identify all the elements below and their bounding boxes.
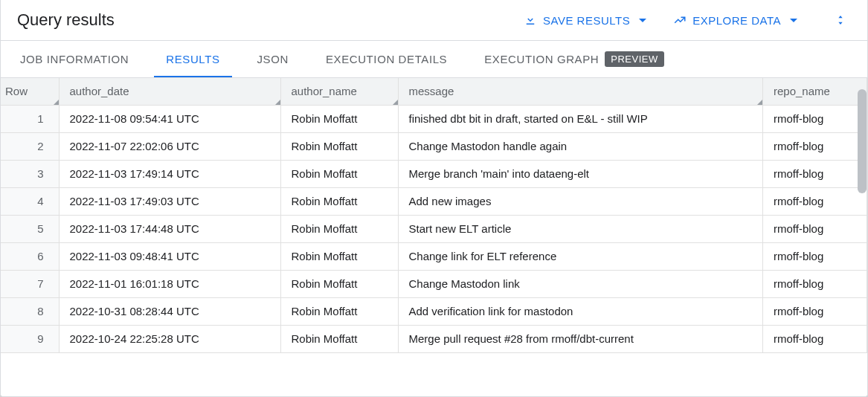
resize-handle-icon[interactable]	[275, 100, 280, 105]
vertical-scrollbar[interactable]	[858, 89, 867, 193]
cell-author-name: Robin Moffatt	[280, 105, 398, 132]
page-title: Query results	[17, 10, 115, 30]
col-header-repo-name[interactable]: repo_name	[763, 78, 867, 105]
tab-execution-details[interactable]: EXECUTION DETAILS	[314, 41, 459, 77]
preview-badge: PREVIEW	[605, 51, 663, 67]
cell-repo-name: rmoff-blog	[763, 325, 867, 352]
cell-author-name: Robin Moffatt	[280, 242, 398, 270]
save-results-label: SAVE RESULTS	[543, 14, 630, 27]
cell-author-name: Robin Moffatt	[280, 325, 398, 352]
col-header-author-name[interactable]: author_name	[280, 78, 398, 105]
table-row[interactable]: 32022-11-03 17:49:14 UTCRobin MoffattMer…	[1, 160, 867, 187]
table-row[interactable]: 52022-11-03 17:44:48 UTCRobin MoffattSta…	[1, 215, 867, 242]
chart-icon	[673, 13, 687, 27]
results-table-wrap: Row author_date author_name message	[1, 78, 867, 396]
results-tabs: JOB INFORMATION RESULTS JSON EXECUTION D…	[1, 40, 867, 78]
explore-data-button[interactable]: EXPLORE DATA	[666, 9, 805, 31]
table-row[interactable]: 72022-11-01 16:01:18 UTCRobin MoffattCha…	[1, 270, 867, 297]
cell-author-date: 2022-11-08 09:54:41 UTC	[59, 105, 280, 132]
cell-row-number: 2	[1, 132, 59, 160]
resize-handle-icon[interactable]	[757, 100, 762, 105]
cell-message: Start new ELT article	[398, 215, 763, 242]
download-icon	[524, 13, 537, 27]
cell-author-name: Robin Moffatt	[280, 297, 398, 325]
results-table: Row author_date author_name message	[1, 78, 867, 353]
table-row[interactable]: 82022-10-31 08:28:44 UTCRobin MoffattAdd…	[1, 297, 867, 325]
caret-down-icon	[639, 19, 646, 22]
table-row[interactable]: 12022-11-08 09:54:41 UTCRobin Moffattfin…	[1, 105, 867, 132]
cell-repo-name: rmoff-blog	[763, 215, 867, 242]
col-header-message[interactable]: message	[398, 78, 763, 105]
cell-author-name: Robin Moffatt	[280, 270, 398, 297]
cell-author-name: Robin Moffatt	[280, 215, 398, 242]
cell-author-name: Robin Moffatt	[280, 160, 398, 187]
cell-row-number: 3	[1, 160, 59, 187]
cell-author-date: 2022-11-07 22:02:06 UTC	[59, 132, 280, 160]
table-row[interactable]: 62022-11-03 09:48:41 UTCRobin MoffattCha…	[1, 242, 867, 270]
caret-down-icon	[790, 19, 797, 22]
cell-row-number: 1	[1, 105, 59, 132]
cell-author-date: 2022-11-03 09:48:41 UTC	[59, 242, 280, 270]
cell-row-number: 8	[1, 297, 59, 325]
tab-json[interactable]: JSON	[245, 41, 300, 77]
cell-repo-name: rmoff-blog	[763, 105, 867, 132]
cell-row-number: 5	[1, 215, 59, 242]
tab-job-information[interactable]: JOB INFORMATION	[8, 41, 141, 77]
explore-data-label: EXPLORE DATA	[692, 14, 781, 27]
cell-message: Change link for ELT reference	[398, 242, 763, 270]
resize-handle-icon[interactable]	[54, 100, 59, 105]
table-row[interactable]: 92022-10-24 22:25:28 UTCRobin MoffattMer…	[1, 325, 867, 352]
cell-repo-name: rmoff-blog	[763, 270, 867, 297]
expand-collapse-button[interactable]	[830, 9, 851, 31]
col-header-author-date[interactable]: author_date	[59, 78, 280, 105]
cell-repo-name: rmoff-blog	[763, 242, 867, 270]
cell-row-number: 4	[1, 187, 59, 215]
save-results-button[interactable]: SAVE RESULTS	[516, 9, 654, 31]
results-header: Query results SAVE RESULTS EXPLORE DATA	[1, 0, 867, 40]
cell-repo-name: rmoff-blog	[763, 297, 867, 325]
cell-message: Add verification link for mastodon	[398, 297, 763, 325]
cell-message: Merge pull request #28 from rmoff/dbt-cu…	[398, 325, 763, 352]
cell-author-name: Robin Moffatt	[280, 132, 398, 160]
cell-message: finished dbt bit in draft, started on E&…	[398, 105, 763, 132]
tab-results[interactable]: RESULTS	[154, 41, 231, 77]
cell-author-date: 2022-10-24 22:25:28 UTC	[59, 325, 280, 352]
cell-row-number: 9	[1, 325, 59, 352]
cell-author-date: 2022-11-03 17:44:48 UTC	[59, 215, 280, 242]
cell-author-date: 2022-11-01 16:01:18 UTC	[59, 270, 280, 297]
cell-row-number: 7	[1, 270, 59, 297]
resize-handle-icon[interactable]	[393, 100, 398, 105]
cell-author-name: Robin Moffatt	[280, 187, 398, 215]
cell-message: Merge branch 'main' into dataeng-elt	[398, 160, 763, 187]
cell-message: Change Mastodon handle again	[398, 132, 763, 160]
col-header-row[interactable]: Row	[1, 78, 59, 105]
cell-row-number: 6	[1, 242, 59, 270]
cell-repo-name: rmoff-blog	[763, 132, 867, 160]
cell-author-date: 2022-10-31 08:28:44 UTC	[59, 297, 280, 325]
cell-message: Add new images	[398, 187, 763, 215]
table-row[interactable]: 22022-11-07 22:02:06 UTCRobin MoffattCha…	[1, 132, 867, 160]
tab-execution-graph[interactable]: EXECUTION GRAPH PREVIEW	[472, 41, 676, 77]
cell-repo-name: rmoff-blog	[763, 187, 867, 215]
cell-author-date: 2022-11-03 17:49:14 UTC	[59, 160, 280, 187]
table-row[interactable]: 42022-11-03 17:49:03 UTCRobin MoffattAdd…	[1, 187, 867, 215]
table-header-row: Row author_date author_name message	[1, 78, 867, 105]
cell-repo-name: rmoff-blog	[763, 160, 867, 187]
cell-message: Change Mastodon link	[398, 270, 763, 297]
cell-author-date: 2022-11-03 17:49:03 UTC	[59, 187, 280, 215]
